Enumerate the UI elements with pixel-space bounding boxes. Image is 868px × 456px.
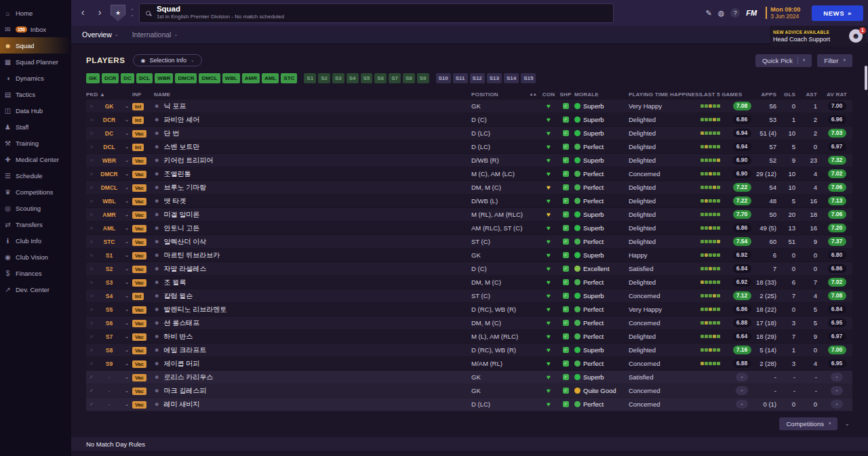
quick-pick-button[interactable]: Quick Pick ▾ (755, 54, 812, 67)
filter-button[interactable]: Filter ▾ (817, 54, 852, 67)
slot-s3[interactable]: S3 (332, 73, 344, 83)
player-name[interactable]: ☻닉 포프 (154, 102, 471, 111)
row-select-circle-icon[interactable]: ○ (86, 130, 97, 136)
slot-s6[interactable]: S6 (374, 73, 387, 83)
row-select-circle-icon[interactable]: ○ (86, 198, 97, 204)
slot-stc[interactable]: STC (281, 73, 297, 83)
player-name[interactable]: ☻단 번 (154, 129, 471, 138)
row-check-icon[interactable]: ✓ (86, 374, 97, 380)
player-name[interactable]: ☻파비안 셰어 (154, 115, 471, 125)
player-row[interactable]: ○S6⌄Vac☻션 롱스태프DM, M (C)♥✓PerfectConcerne… (86, 316, 852, 330)
slot-s12[interactable]: S12 (470, 73, 485, 83)
column-header-playing-time-happiness[interactable]: PLAYING TIME HAPPINESS (629, 91, 701, 98)
selection-info-dropdown[interactable]: ◉ Selection Info ⌄ (133, 54, 201, 66)
slot-s5[interactable]: S5 (361, 73, 373, 83)
sidebar-item-squad-planner[interactable]: ▦Squad Planner (0, 54, 71, 70)
position-dropdown-icon[interactable]: ⌄ (121, 144, 132, 150)
row-select-circle-icon[interactable]: ○ (86, 144, 97, 150)
row-select-circle-icon[interactable]: ○ (86, 252, 97, 258)
position-dropdown-icon[interactable]: ⌄ (121, 320, 132, 326)
slot-s15[interactable]: S15 (521, 73, 536, 83)
column-header-inf[interactable]: INF (132, 91, 154, 98)
player-row[interactable]: ○WBR⌄Vac☻키어런 트리피어D/WB (R)♥✓SuperbDelight… (86, 154, 852, 167)
slot-s2[interactable]: S2 (318, 73, 330, 83)
sidebar-item-dev-center[interactable]: ↗Dev. Center (0, 281, 71, 297)
position-dropdown-icon[interactable]: ⌄ (121, 401, 132, 407)
sidebar-item-club-vision[interactable]: ◉Club Vision (0, 249, 71, 265)
player-name[interactable]: ☻레미 새비지 (154, 400, 471, 409)
position-dropdown-icon[interactable]: ⌄ (121, 239, 132, 245)
sidebar-item-dynamics[interactable]: ◑Dynamics (0, 70, 71, 86)
tab-overview[interactable]: Overview ⌄ (82, 30, 119, 39)
coach-avatar[interactable]: ☻ 1 (849, 29, 863, 43)
slot-s11[interactable]: S11 (453, 73, 468, 83)
position-dropdown-icon[interactable]: ⌄ (121, 347, 132, 353)
column-header-pkd[interactable]: PKD ▲ (86, 91, 132, 98)
player-name[interactable]: ☻마크 길레스피 (154, 386, 471, 396)
position-dropdown-icon[interactable]: ⌄ (121, 103, 132, 109)
player-row[interactable]: ○S4⌄Int☻칼럼 윌슨ST (C)♥✓SuperbConcerned7.12… (86, 289, 852, 303)
player-row[interactable]: ○AML⌄Vac☻안토니 고든AM (RLC), ST (C)♥✓SuperbD… (86, 222, 852, 235)
position-dropdown-icon[interactable]: ⌄ (121, 360, 132, 367)
slot-s9[interactable]: S9 (417, 73, 429, 83)
player-name[interactable]: ☻미겔 알미론 (154, 210, 471, 220)
player-row[interactable]: ○DMCR⌄Vac☻조엘린통M (C), AM (LC)♥✓PerfectCon… (86, 167, 852, 181)
slot-s14[interactable]: S14 (504, 73, 519, 83)
position-dropdown-icon[interactable]: ⌄ (121, 184, 132, 190)
position-dropdown-icon[interactable]: ⌄ (121, 388, 132, 394)
player-row[interactable]: ○GK⌄Int☻닉 포프GK♥✓SuperbVery Happy7.085601… (86, 100, 852, 113)
position-dropdown-icon[interactable]: ⌄ (121, 157, 132, 163)
row-select-circle-icon[interactable]: ○ (86, 306, 97, 312)
slot-dmcr[interactable]: DMCR (175, 73, 197, 83)
slot-amr[interactable]: AMR (242, 73, 260, 83)
player-name[interactable]: ☻알렉산더 이삭 (154, 237, 471, 247)
position-dropdown-icon[interactable]: ⌄ (121, 117, 132, 123)
position-dropdown-icon[interactable]: ⌄ (121, 171, 132, 177)
competitions-dropdown[interactable]: Competitions ▾ (779, 417, 837, 430)
slot-s4[interactable]: S4 (347, 73, 359, 83)
edit-icon[interactable]: ✎ (705, 9, 711, 18)
row-select-circle-icon[interactable]: ○ (86, 184, 97, 190)
player-name[interactable]: ☻션 롱스태프 (154, 318, 471, 328)
collapse-panel-button[interactable]: ⌄ (842, 417, 852, 430)
player-row[interactable]: ○DCL⌄Int☻스벤 보트만D (LC)♥✓PerfectDelighted6… (86, 140, 852, 154)
player-row[interactable]: ○S1⌄Vac☻마르틴 뒤브라브카GK♥✓SuperbHappy6.926006… (86, 249, 852, 262)
sidebar-item-transfers[interactable]: ⇄Transfers (0, 216, 71, 232)
row-select-circle-icon[interactable]: ○ (86, 293, 97, 299)
player-name[interactable]: ☻자말 라셀레스 (154, 264, 471, 274)
player-name[interactable]: ☻조엘린통 (154, 169, 471, 179)
row-select-circle-icon[interactable]: ○ (86, 211, 97, 217)
slot-dcl[interactable]: DCL (136, 73, 153, 83)
news-button[interactable]: NEWS » (812, 5, 863, 21)
player-name[interactable]: ☻스벤 보트만 (154, 142, 471, 152)
player-row[interactable]: ○DMCL⌄Vac☻브루노 기마랑DM, M (C)♥✓PerfectDelig… (86, 181, 852, 194)
player-row[interactable]: ○DC⌄Vac☻단 번D (LC)♥✓SuperbDelighted6.9451… (86, 127, 852, 140)
player-row[interactable]: ✓-⌄Vac☻로리스 카리우스GK♥✓SuperbSatisfied----- (86, 371, 852, 384)
column-header-ast[interactable]: AST (800, 91, 821, 98)
row-select-circle-icon[interactable]: ○ (86, 171, 97, 177)
club-switcher[interactable]: ⌃ ⌄ (130, 9, 134, 17)
column-header-con[interactable]: CON (540, 91, 557, 98)
player-name[interactable]: ☻칼럼 윌슨 (154, 291, 471, 301)
player-row[interactable]: ○DCR⌄Int☻파비안 셰어D (C)♥✓SuperbDelighted6.8… (86, 113, 852, 127)
slot-s8[interactable]: S8 (403, 73, 415, 83)
player-name[interactable]: ☻맷 타겟 (154, 196, 471, 206)
row-select-circle-icon[interactable]: ○ (86, 157, 97, 163)
row-select-circle-icon[interactable]: ○ (86, 347, 97, 353)
player-row[interactable]: ○S3⌄Vac☻조 윌록DM, M (C)♥✓PerfectDelighted6… (86, 276, 852, 289)
forward-button[interactable]: › (94, 6, 106, 20)
sidebar-item-scouting[interactable]: ◎Scouting (0, 200, 71, 216)
player-name[interactable]: ☻조 윌록 (154, 278, 471, 287)
sidebar-item-data-hub[interactable]: ◫Data Hub (0, 102, 71, 119)
tab-international[interactable]: International ⌄ (132, 30, 178, 39)
row-select-circle-icon[interactable]: ○ (86, 225, 97, 231)
player-row[interactable]: ○S9⌄Vac☻제이콥 머피M/AM (RL)♥✓PerfectConcerne… (86, 357, 852, 371)
slot-s1[interactable]: S1 (304, 73, 316, 83)
slot-gk[interactable]: GK (86, 73, 100, 83)
row-select-circle-icon[interactable]: ○ (86, 360, 97, 367)
player-row[interactable]: ○S8⌄Vac☻에밀 크라프트D (RC), WB (R)♥✓SuperbDel… (86, 344, 852, 357)
sidebar-item-medical-center[interactable]: ✚Medical Center (0, 151, 71, 167)
sidebar-item-competitions[interactable]: ♛Competitions (0, 184, 71, 200)
slot-dc[interactable]: DC (121, 73, 134, 83)
column-header-name[interactable]: NAME (154, 91, 471, 98)
